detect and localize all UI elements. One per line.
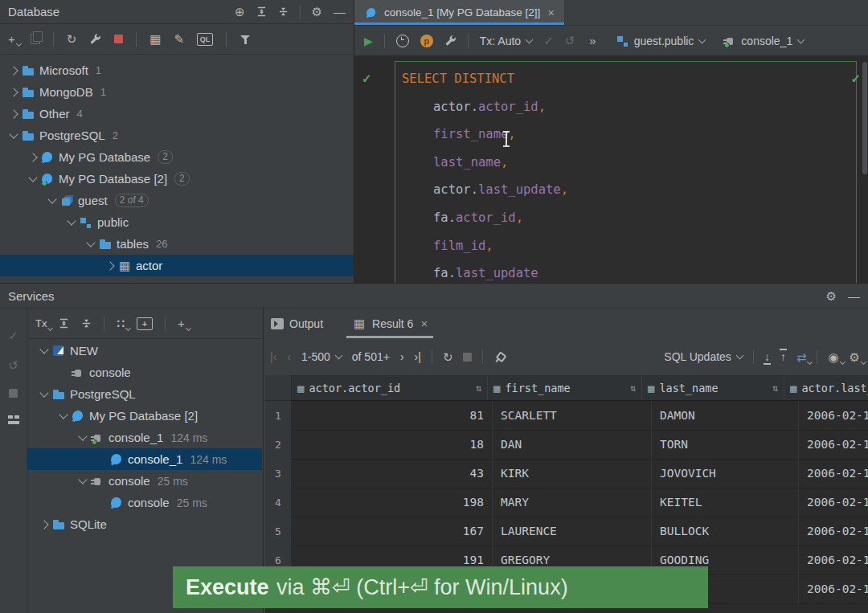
- db-tree-row-microsoft[interactable]: Microsoft1: [0, 59, 354, 81]
- settings-gear-icon[interactable]: ⚙: [850, 351, 860, 363]
- chevron-down-icon[interactable]: [37, 392, 51, 396]
- row-number-cell[interactable]: 3: [265, 459, 292, 488]
- edit-icon[interactable]: ✎: [174, 33, 185, 45]
- chevron-down-icon[interactable]: [84, 242, 98, 246]
- tx-filter-selector[interactable]: Tx: [35, 317, 47, 329]
- compare-sync-icon[interactable]: ⇄: [796, 351, 807, 363]
- refresh-icon[interactable]: ↻: [67, 33, 77, 45]
- code-line-1[interactable]: SELECT DISTINCT: [402, 65, 568, 93]
- row-number-cell[interactable]: 2: [265, 430, 292, 460]
- reload-page-icon[interactable]: ↻: [443, 351, 453, 363]
- collapse-all-icon[interactable]: [81, 318, 92, 329]
- sql-updates-selector[interactable]: SQL Updates: [664, 350, 743, 363]
- table-cell[interactable]: 2006-02-15 04: [799, 546, 868, 575]
- row-number-cell[interactable]: 4: [265, 488, 292, 517]
- page-range-selector[interactable]: 1-500: [301, 350, 342, 363]
- db-tree-row-my-pg-database-2[interactable]: My PG Database [2]2: [0, 168, 354, 190]
- chevron-right-icon[interactable]: [37, 521, 51, 528]
- table-cell[interactable]: DAN: [493, 430, 652, 460]
- console-tab[interactable]: console_1 [My PG Database [2]] ×: [354, 0, 565, 25]
- export-download-icon[interactable]: ↓: [764, 351, 770, 362]
- column-header-actor-actor-id[interactable]: ▦actor.actor_id⇅: [292, 375, 488, 400]
- svc-tree-row-console[interactable]: console: [27, 362, 262, 383]
- datasource-properties-wrench-icon[interactable]: [89, 33, 101, 45]
- chevron-down-icon[interactable]: [64, 220, 79, 224]
- schema-selector[interactable]: guest.public: [616, 35, 706, 47]
- svc-tree-row-console[interactable]: console25 ms: [27, 470, 262, 492]
- table-cell[interactable]: 81: [292, 401, 493, 431]
- column-header-first-name[interactable]: ▦first_name⇅: [488, 375, 642, 400]
- svc-tree-row-console-1[interactable]: console_1124 ms: [27, 448, 262, 470]
- code-line-8[interactable]: fa.last_update: [402, 260, 568, 283]
- filter-icon[interactable]: [240, 34, 251, 45]
- table-cell[interactable]: 2006-02-15 04: [799, 574, 868, 604]
- grid-corner-cell[interactable]: [265, 375, 292, 401]
- add-service-button[interactable]: +: [178, 317, 185, 329]
- last-page-icon[interactable]: ›|: [415, 351, 421, 362]
- row-number-cell[interactable]: 5: [265, 517, 292, 546]
- sort-icon[interactable]: ⇅: [630, 382, 636, 394]
- svc-tree-row-postgresql[interactable]: PostgreSQL: [27, 383, 262, 405]
- table-cell[interactable]: 2006-02-15 04: [799, 517, 868, 546]
- add-frame-icon[interactable]: +: [137, 317, 153, 330]
- table-cell[interactable]: 2006-02-15 04: [799, 430, 868, 460]
- rollback-icon[interactable]: ↺: [565, 35, 575, 47]
- code-line-2[interactable]: actor.actor_id,: [402, 93, 568, 121]
- db-tree-row-postgresql[interactable]: PostgreSQL2: [0, 125, 354, 146]
- db-tree-row-tables[interactable]: tables26: [0, 233, 354, 255]
- tab-result-6[interactable]: ▦ Result 6 ×: [343, 309, 436, 338]
- svc-tree-row-my-pg-database-2[interactable]: My PG Database [2]: [27, 405, 262, 427]
- settings-wrench-icon[interactable]: [444, 35, 457, 47]
- table-cell[interactable]: MARY: [493, 488, 652, 517]
- commit-icon[interactable]: ✓: [8, 329, 18, 341]
- next-page-icon[interactable]: ›: [400, 351, 404, 362]
- table-cell[interactable]: 2006-02-15 04: [799, 401, 868, 431]
- view-options-icon[interactable]: ◉: [828, 351, 838, 363]
- chevron-down-icon[interactable]: [45, 198, 59, 202]
- db-tree-row-my-pg-database[interactable]: My PG Database2: [0, 146, 354, 168]
- rollback-icon[interactable]: ↺: [8, 359, 18, 371]
- table-cell[interactable]: 2006-02-15 04: [799, 459, 868, 488]
- gear-icon[interactable]: ⚙: [312, 6, 322, 18]
- tab-output[interactable]: Output: [262, 309, 332, 338]
- p-circle-icon[interactable]: p: [420, 35, 433, 47]
- table-cell[interactable]: 18: [292, 430, 493, 460]
- svc-tree-row-console[interactable]: console25 ms: [27, 492, 262, 513]
- layout-icon[interactable]: [8, 415, 19, 424]
- column-header-last-name[interactable]: ▦last_name⇅: [642, 375, 784, 400]
- db-tree-row-guest[interactable]: guest2 of 4: [0, 190, 354, 211]
- table-cell[interactable]: 2006-02-15 04: [799, 488, 868, 517]
- expand-all-icon[interactable]: [59, 318, 69, 329]
- table-cell[interactable]: 43: [292, 459, 493, 488]
- code-line-6[interactable]: fa.actor_id,: [402, 204, 568, 232]
- first-page-icon[interactable]: |‹: [270, 351, 276, 362]
- chevron-down-icon[interactable]: [76, 479, 90, 483]
- execute-button[interactable]: ▶: [364, 35, 373, 47]
- group-by-icon[interactable]: ∷: [117, 317, 125, 329]
- table-cell[interactable]: 167: [292, 517, 493, 546]
- pin-tab-icon[interactable]: [491, 348, 508, 365]
- chevron-down-icon[interactable]: [6, 133, 21, 137]
- sql-editor[interactable]: ✓ ✓ SELECT DISTINCTactor.actor_id,first_…: [354, 55, 868, 283]
- hide-panel-icon[interactable]: —: [334, 6, 346, 18]
- chevron-right-icon[interactable]: [6, 89, 21, 96]
- console-selector[interactable]: console_1: [723, 35, 804, 47]
- close-icon[interactable]: ×: [547, 6, 555, 19]
- code-line-5[interactable]: actor.last_update,: [402, 176, 568, 204]
- svc-tree-row-console-1[interactable]: console_1124 ms: [27, 427, 262, 448]
- sort-icon[interactable]: ⇅: [772, 382, 778, 394]
- stop-icon[interactable]: [9, 389, 18, 398]
- jump-to-console-icon[interactable]: QL: [197, 33, 213, 46]
- code-line-3[interactable]: first_name,: [402, 121, 568, 149]
- table-cell[interactable]: KEITEL: [652, 488, 799, 517]
- add-datasource-button[interactable]: +: [8, 33, 15, 45]
- editor-scrollbar[interactable]: [862, 62, 867, 174]
- table-cell[interactable]: DAMON: [652, 401, 799, 431]
- chevron-right-icon[interactable]: [6, 67, 21, 74]
- row-number-cell[interactable]: 1: [265, 401, 292, 431]
- db-tree-row-public[interactable]: public: [0, 211, 354, 233]
- table-cell[interactable]: SCARLETT: [493, 401, 652, 431]
- sort-icon[interactable]: ⇅: [476, 382, 481, 394]
- chevron-down-icon[interactable]: [56, 414, 71, 418]
- commit-icon[interactable]: ✓: [543, 35, 554, 47]
